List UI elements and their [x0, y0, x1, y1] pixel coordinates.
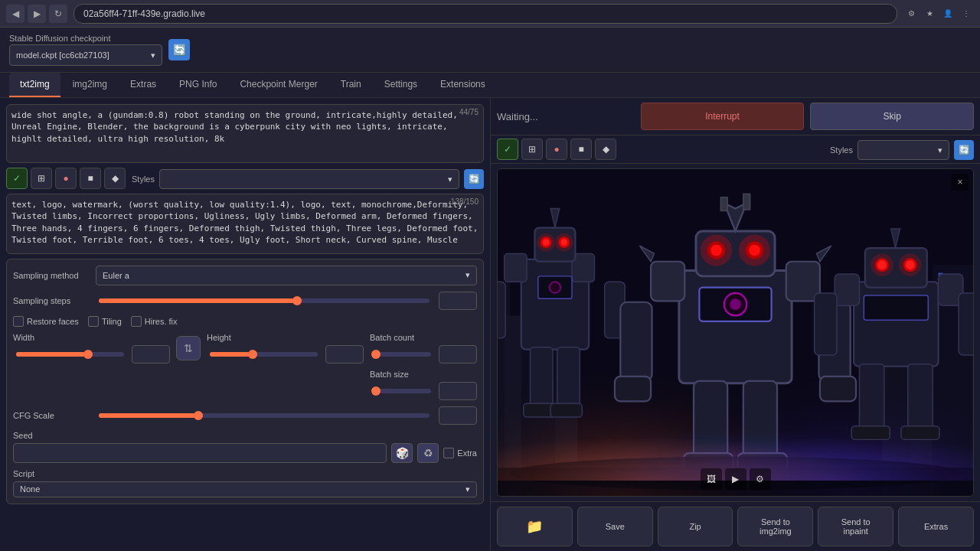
sampling-method-arrow-icon: ▾: [466, 270, 470, 280]
styles-dropdown[interactable]: ▾: [159, 169, 459, 189]
nav-forward[interactable]: ▶: [28, 5, 46, 23]
hires-fix-box: [131, 316, 142, 327]
batch-count-thumb[interactable]: [371, 350, 381, 359]
seed-recycle-button[interactable]: ♻: [417, 443, 439, 463]
width-thumb[interactable]: [83, 350, 93, 359]
thumb-icon-3[interactable]: ⚙: [750, 468, 771, 490]
negative-prompt-counter: 138/150: [451, 197, 479, 206]
address-bar[interactable]: [74, 4, 897, 24]
sampling-method-dropdown[interactable]: Euler a ▾: [96, 266, 477, 285]
restore-faces-checkbox[interactable]: Restore faces: [13, 316, 79, 327]
batch-size-slider[interactable]: [373, 389, 431, 393]
right-tool-red-btn[interactable]: ●: [546, 139, 567, 160]
svg-point-47: [739, 234, 770, 266]
nav-back[interactable]: ◀: [6, 5, 24, 23]
width-slider[interactable]: [16, 352, 124, 357]
tool-square-btn[interactable]: ■: [80, 168, 101, 189]
thumb-icon-2[interactable]: ▶: [725, 468, 746, 490]
tab-png-info[interactable]: PNG Info: [168, 73, 227, 97]
svg-point-28: [555, 233, 573, 252]
swap-dimensions-button[interactable]: ⇅: [176, 336, 201, 360]
svg-rect-60: [720, 197, 727, 211]
cfg-scale-thumb[interactable]: [194, 411, 203, 420]
cfg-scale-slider[interactable]: [99, 413, 430, 418]
svg-rect-39: [651, 262, 684, 302]
tiling-checkbox[interactable]: Tiling: [88, 316, 122, 327]
interrupt-button[interactable]: Interrupt: [641, 103, 805, 130]
extra-checkbox[interactable]: Extra: [443, 448, 477, 458]
cfg-scale-input[interactable]: 9: [439, 406, 477, 425]
batch-count-slider-row: 1: [370, 345, 477, 364]
batch-size-input[interactable]: 1: [439, 382, 477, 400]
cfg-scale-fill: [99, 413, 198, 418]
image-container: × 🖼 ▶ ⚙: [497, 168, 974, 497]
negative-prompt-textarea[interactable]: text, logo, watermark, (worst quality, l…: [11, 199, 479, 246]
seed-dice-button[interactable]: 🎲: [391, 443, 413, 463]
sampling-steps-thumb[interactable]: [292, 296, 302, 305]
batch-count-slider[interactable]: [373, 352, 431, 357]
height-input[interactable]: 512: [325, 345, 364, 364]
tab-settings[interactable]: Settings: [374, 73, 428, 97]
right-tool-icons: ✓ ⊞ ● ■ ◆ Styles ▾ 🔄: [491, 135, 980, 164]
positive-prompt-container: 44/75 wide shot angle, a (gundam:0.8) ro…: [6, 104, 484, 163]
batch-count-input[interactable]: 1: [439, 345, 477, 364]
height-thumb[interactable]: [248, 350, 257, 359]
folder-button[interactable]: 📁: [497, 507, 573, 546]
svg-rect-61: [743, 194, 750, 210]
width-slider-row: 832: [13, 345, 170, 364]
tool-diamond-btn[interactable]: ◆: [104, 168, 126, 189]
image-close-button[interactable]: ×: [952, 174, 969, 191]
seed-input[interactable]: -1: [13, 443, 387, 463]
svg-point-27: [537, 233, 555, 252]
svg-rect-20: [505, 253, 527, 282]
svg-rect-80: [864, 295, 928, 320]
send-to-img2img-button[interactable]: Send toimg2img: [737, 507, 813, 546]
positive-prompt-textarea[interactable]: wide shot angle, a (gundam:0.8) robot st…: [11, 109, 479, 155]
tool-spacer: [619, 139, 827, 160]
script-arrow-icon: ▾: [466, 484, 470, 494]
tab-img2img[interactable]: img2img: [62, 73, 118, 97]
tab-train[interactable]: Train: [330, 73, 372, 97]
sampling-steps-row: Sampling steps 30: [13, 292, 477, 310]
cfg-scale-label: CFG Scale: [13, 411, 90, 420]
save-label: Save: [606, 522, 625, 531]
tab-extras[interactable]: Extras: [119, 73, 167, 97]
skip-button[interactable]: Skip: [810, 103, 974, 130]
right-styles-apply-button[interactable]: 🔄: [954, 140, 974, 160]
right-tool-check-btn[interactable]: ✓: [497, 139, 518, 160]
right-panel: Waiting... Interrupt Skip ✓ ⊞ ● ■ ◆ Styl…: [490, 98, 980, 551]
tab-extensions[interactable]: Extensions: [430, 73, 496, 97]
right-tool-grid-btn[interactable]: ⊞: [521, 139, 543, 160]
sampling-steps-input[interactable]: 30: [439, 292, 477, 310]
extras-button[interactable]: Extras: [898, 507, 974, 546]
hires-fix-checkbox[interactable]: Hires. fix: [131, 316, 178, 327]
script-dropdown[interactable]: None ▾: [13, 481, 477, 497]
zip-label: Zip: [689, 522, 701, 531]
svg-rect-74: [815, 293, 837, 355]
thumb-icon-1[interactable]: 🖼: [701, 468, 722, 490]
tab-txt2img[interactable]: txt2img: [9, 73, 60, 97]
batch-size-thumb[interactable]: [371, 386, 381, 396]
cfg-scale-row: CFG Scale 9: [13, 406, 477, 425]
extension-icon-3: 👤: [940, 6, 956, 21]
styles-apply-button[interactable]: 🔄: [464, 169, 484, 189]
tool-icons-row: ✓ ⊞ ● ■ ◆: [6, 168, 126, 189]
tab-checkpoint-merger[interactable]: Checkpoint Merger: [229, 73, 328, 97]
height-slider[interactable]: [210, 352, 318, 357]
model-dropdown[interactable]: model.ckpt [cc6cb27103] ▾: [9, 44, 162, 66]
tool-red-circle-btn[interactable]: ●: [55, 168, 77, 189]
right-tool-square-btn[interactable]: ■: [570, 139, 592, 160]
tool-checkmark-btn[interactable]: ✓: [6, 168, 28, 189]
width-fill: [16, 352, 88, 357]
tool-grid-btn[interactable]: ⊞: [31, 168, 52, 189]
save-button[interactable]: Save: [577, 507, 653, 546]
nav-refresh[interactable]: ↻: [49, 5, 67, 23]
send-to-inpaint-button[interactable]: Send toinpaint: [818, 507, 893, 546]
width-input[interactable]: 832: [132, 345, 170, 364]
seed-label: Seed: [13, 431, 477, 440]
zip-button[interactable]: Zip: [658, 507, 733, 546]
right-styles-dropdown[interactable]: ▾: [858, 140, 949, 160]
model-refresh-button[interactable]: 🔄: [168, 39, 190, 60]
right-tool-diamond-btn[interactable]: ◆: [595, 139, 616, 160]
sampling-steps-slider[interactable]: [99, 298, 430, 303]
